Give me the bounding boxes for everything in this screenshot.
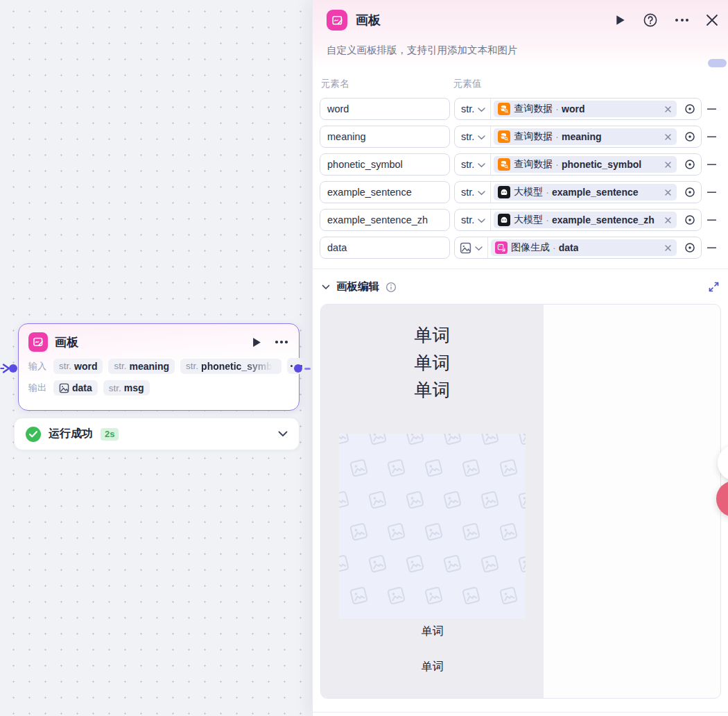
remove-row-button[interactable] <box>704 244 719 252</box>
query-data-icon <box>498 158 510 171</box>
status-chevron-down-icon[interactable] <box>278 431 288 437</box>
node-input-row: 输入 str.word str.meaning str.phonetic_sym… <box>19 358 299 374</box>
help-icon[interactable] <box>643 12 658 28</box>
type-select-label: str. <box>461 214 474 225</box>
section-divider <box>313 268 728 269</box>
remove-row-button[interactable] <box>704 133 719 141</box>
canvas-board-icon <box>327 10 347 31</box>
element-name-input[interactable] <box>320 237 450 259</box>
preview-word-text[interactable]: 单词 <box>321 660 544 674</box>
chevron-down-icon[interactable] <box>475 246 483 251</box>
value-reference-tag: 查询数据·meaning <box>494 128 677 145</box>
element-name-input[interactable] <box>320 181 450 203</box>
column-header-element-value: 元素值 <box>453 78 482 90</box>
remove-row-button[interactable] <box>704 216 719 224</box>
source-field-name: phonetic_symbol <box>562 159 641 170</box>
remove-row-button[interactable] <box>704 105 719 113</box>
chevron-down-icon[interactable] <box>478 191 485 196</box>
source-node-name: 查询数据 <box>514 130 553 143</box>
source-node-name: 大模型 <box>514 186 543 198</box>
run-status-text: 运行成功 <box>49 427 93 441</box>
node-input-port[interactable] <box>9 364 17 373</box>
source-field-name: meaning <box>562 131 602 142</box>
output-tag-msg: str.msg <box>103 380 150 395</box>
image-generation-icon <box>495 241 508 254</box>
llm-icon <box>498 186 510 198</box>
output-tag-data: data <box>53 380 98 395</box>
query-data-icon <box>498 130 510 143</box>
image-type-icon <box>59 383 69 393</box>
query-data-icon <box>498 103 510 115</box>
section-collapse-chevron-icon[interactable] <box>322 284 330 290</box>
info-icon[interactable] <box>385 282 397 293</box>
remove-reference-icon[interactable] <box>664 188 673 197</box>
chevron-down-icon[interactable] <box>478 108 485 112</box>
element-name-input[interactable] <box>320 153 450 176</box>
panel-subtitle: 自定义画板排版，支持引用添加文本和图片 <box>327 44 518 57</box>
type-select-label: str. <box>461 131 474 142</box>
element-value-control[interactable]: str. 大模型·example_sentence <box>454 181 702 203</box>
element-value-control[interactable]: str. 查询数据·meaning <box>454 126 702 148</box>
close-icon[interactable] <box>706 14 718 26</box>
element-row: str. 查询数据·phonetic_symbol <box>320 151 721 178</box>
remove-reference-icon[interactable] <box>664 160 673 169</box>
node-run-button[interactable] <box>252 337 261 348</box>
remove-row-button[interactable] <box>704 161 719 169</box>
value-settings-icon[interactable] <box>684 103 695 114</box>
element-value-control[interactable]: str. 查询数据·word <box>454 98 702 120</box>
value-reference-tag: 图像生成·data <box>491 239 677 256</box>
expand-fullscreen-icon[interactable] <box>709 282 719 292</box>
value-reference-tag: 查询数据·phonetic_symbol <box>494 156 677 173</box>
remove-reference-icon[interactable] <box>664 105 673 114</box>
type-select-label: str. <box>461 159 474 170</box>
chevron-down-icon[interactable] <box>478 219 485 223</box>
value-settings-icon[interactable] <box>684 159 695 170</box>
element-name-input[interactable] <box>320 98 450 120</box>
run-status-bar[interactable]: 运行成功 2s <box>14 418 300 450</box>
canvas-preview-page[interactable]: 单词 单词 单词 单词 单词 <box>321 305 544 698</box>
preview-word-text[interactable]: 单词 <box>321 624 544 639</box>
value-settings-icon[interactable] <box>684 242 695 253</box>
source-node-name: 图像生成 <box>511 241 550 254</box>
value-settings-icon[interactable] <box>684 187 695 198</box>
element-name-input[interactable] <box>320 126 450 148</box>
source-field-name: word <box>562 103 584 114</box>
scrollbar-thumb[interactable] <box>708 59 727 67</box>
remove-row-button[interactable] <box>704 189 719 196</box>
element-value-control[interactable]: str. 查询数据·phonetic_symbol <box>454 153 702 176</box>
column-header-element-name: 元素名 <box>321 78 453 90</box>
value-settings-icon[interactable] <box>684 131 695 142</box>
preview-word-text[interactable]: 单词 <box>321 322 544 350</box>
remove-reference-icon[interactable] <box>664 244 673 253</box>
element-value-control[interactable]: 图像生成·data <box>454 237 702 259</box>
node-more-button[interactable] <box>275 341 288 343</box>
value-reference-tag: 大模型·example_sentence_zh <box>494 212 677 228</box>
node-output-port[interactable] <box>294 364 302 373</box>
preview-word-text[interactable]: 单词 <box>321 350 544 377</box>
chevron-down-icon[interactable] <box>478 135 485 140</box>
section-title: 画板编辑 <box>336 280 379 294</box>
source-node-name: 大模型 <box>514 214 543 226</box>
element-name-input[interactable] <box>320 209 450 231</box>
input-label: 输入 <box>28 360 48 373</box>
canvas-node[interactable]: 画板 输入 str.word str.meaning str.phonetic_… <box>18 323 300 411</box>
element-row: 图像生成·data <box>320 234 721 262</box>
element-value-control[interactable]: str. 大模型·example_sentence_zh <box>454 209 702 231</box>
remove-reference-icon[interactable] <box>664 133 673 142</box>
panel-more-button[interactable] <box>675 19 688 22</box>
remove-reference-icon[interactable] <box>664 216 673 225</box>
source-field-name: data <box>559 242 579 253</box>
run-duration-badge: 2s <box>101 428 119 441</box>
value-reference-tag: 查询数据·word <box>494 101 677 117</box>
preview-word-text[interactable]: 单词 <box>321 377 544 404</box>
canvas-preview[interactable]: 单词 单词 单词 单词 单词 <box>320 304 721 699</box>
image-placeholder[interactable] <box>339 434 526 619</box>
chevron-down-icon[interactable] <box>478 163 485 168</box>
edge-stub <box>304 368 311 370</box>
node-output-row: 输出 data str.msg <box>19 380 299 395</box>
value-settings-icon[interactable] <box>684 214 695 225</box>
panel-run-button[interactable] <box>616 15 625 26</box>
node-title: 画板 <box>55 334 78 350</box>
image-type-icon <box>460 242 471 254</box>
source-node-name: 查询数据 <box>514 158 553 171</box>
